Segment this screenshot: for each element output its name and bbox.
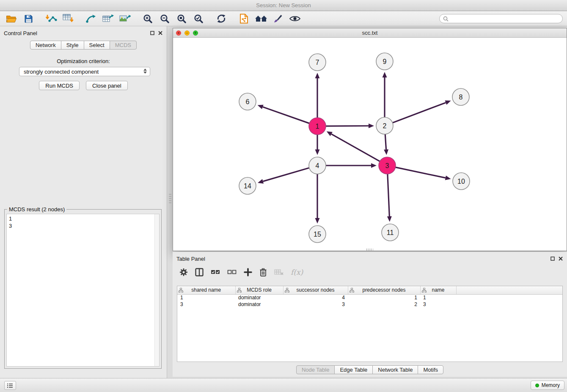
run-mcds-button[interactable]: Run MCDS bbox=[39, 81, 80, 90]
close-panel-icon[interactable] bbox=[158, 31, 162, 35]
paint-style-button[interactable] bbox=[271, 12, 285, 25]
table-cell[interactable]: 3 bbox=[420, 301, 456, 308]
table-cell-filler bbox=[456, 301, 562, 308]
show-hide-button[interactable] bbox=[288, 12, 302, 25]
graph-node-10[interactable]: 10 bbox=[453, 173, 470, 190]
graph-node-9[interactable]: 9 bbox=[376, 53, 393, 70]
column-header-MCDS-role[interactable]: MCDS role bbox=[235, 286, 283, 294]
graph-edge-1-6[interactable] bbox=[258, 105, 310, 123]
graph-node-6[interactable]: 6 bbox=[239, 93, 256, 110]
task-history-button[interactable] bbox=[4, 381, 16, 390]
tp-tab-node-table[interactable]: Node Table bbox=[296, 365, 335, 374]
select-all-button[interactable] bbox=[211, 269, 220, 275]
criterion-dropdown-value: strongly connected component bbox=[24, 69, 99, 75]
tp-tab-edge-table[interactable]: Edge Table bbox=[334, 365, 373, 374]
save-session-button[interactable] bbox=[21, 12, 36, 25]
graph-node-4[interactable]: 4 bbox=[309, 157, 326, 174]
graph-node-15[interactable]: 15 bbox=[309, 226, 326, 243]
table-toolbar: f(x) bbox=[179, 265, 303, 280]
column-header-shared-name[interactable]: shared name bbox=[177, 286, 235, 294]
graph-edge-4-15[interactable] bbox=[315, 174, 320, 224]
open-folder-icon bbox=[6, 14, 17, 23]
criterion-dropdown[interactable]: strongly connected component bbox=[19, 67, 150, 76]
network-document-button[interactable] bbox=[237, 12, 251, 25]
close-window-button[interactable]: × bbox=[176, 30, 181, 36]
export-network-button[interactable] bbox=[84, 12, 98, 25]
close-panel-button[interactable]: Close panel bbox=[86, 81, 128, 90]
graph-edge-1-2[interactable] bbox=[326, 124, 374, 128]
import-network-button[interactable] bbox=[44, 12, 58, 25]
float-panel-icon[interactable] bbox=[550, 257, 555, 261]
graph-edge-4-14[interactable] bbox=[258, 168, 309, 184]
graph-edge-3-11[interactable] bbox=[387, 174, 392, 222]
graph-edge-2-9[interactable] bbox=[383, 72, 387, 117]
add-column-button[interactable] bbox=[244, 268, 252, 276]
search-input[interactable] bbox=[451, 16, 559, 22]
table-row[interactable]: 3dominator323 bbox=[177, 301, 562, 308]
graph-node-14[interactable]: 14 bbox=[239, 177, 256, 194]
graph-node-2[interactable]: 2 bbox=[376, 117, 393, 134]
table-cell[interactable]: dominator bbox=[235, 294, 283, 301]
panel-splitter-grip[interactable] bbox=[169, 194, 171, 204]
open-session-button[interactable] bbox=[4, 12, 19, 25]
refresh-button[interactable] bbox=[214, 12, 228, 25]
import-table-button[interactable] bbox=[61, 12, 75, 25]
table-row[interactable]: 1dominator411 bbox=[177, 294, 562, 301]
tp-tab-network-table[interactable]: Network Table bbox=[372, 365, 418, 374]
table-cell[interactable]: 4 bbox=[283, 294, 348, 301]
minimize-window-button[interactable]: − bbox=[184, 30, 190, 36]
graph-edge-3-1[interactable] bbox=[327, 131, 380, 161]
column-header-name[interactable]: name bbox=[420, 286, 456, 294]
graph-node-7[interactable]: 7 bbox=[309, 54, 326, 71]
zoom-out-icon bbox=[160, 14, 169, 23]
network-canvas[interactable]: 7968124314101511 bbox=[173, 38, 567, 251]
show-columns-button[interactable] bbox=[195, 268, 204, 276]
graph-edge-1-7[interactable] bbox=[315, 73, 320, 118]
graph-node-1[interactable]: 1 bbox=[309, 118, 326, 135]
graph-node-3[interactable]: 3 bbox=[379, 157, 396, 174]
table-cell[interactable]: 1 bbox=[348, 294, 420, 301]
graph-edge-2-3[interactable] bbox=[384, 134, 388, 155]
export-table-button[interactable] bbox=[101, 12, 115, 25]
zoom-fit-icon bbox=[177, 14, 186, 23]
table-cell[interactable]: 3 bbox=[283, 301, 348, 308]
graph-node-8[interactable]: 8 bbox=[452, 88, 469, 105]
close-panel-icon[interactable] bbox=[559, 257, 563, 261]
graph-edge-3-10[interactable] bbox=[396, 167, 451, 180]
table-cell[interactable]: 1 bbox=[420, 294, 456, 301]
cp-tab-mcds[interactable]: MCDS bbox=[110, 41, 137, 50]
graph-edge-2-8[interactable] bbox=[393, 100, 451, 123]
search-box[interactable] bbox=[439, 14, 563, 23]
export-image-button[interactable] bbox=[118, 12, 132, 25]
svg-text:10: 10 bbox=[457, 178, 465, 185]
first-neighbors-button[interactable] bbox=[254, 12, 268, 25]
column-header-predecessor-nodes[interactable]: predecessor nodes bbox=[348, 286, 420, 294]
result-scrollbar[interactable] bbox=[154, 214, 159, 366]
svg-text:8: 8 bbox=[459, 94, 463, 101]
network-window-titlebar[interactable]: × − + scc.txt bbox=[173, 28, 567, 38]
graph-edge-4-3[interactable] bbox=[326, 163, 377, 168]
graph-edge-1-4[interactable] bbox=[315, 135, 320, 155]
table-cell[interactable]: 2 bbox=[348, 301, 420, 308]
delete-button[interactable] bbox=[259, 268, 267, 276]
cp-tab-style[interactable]: Style bbox=[61, 41, 84, 50]
zoom-window-button[interactable]: + bbox=[193, 30, 198, 36]
zoom-fit-button[interactable] bbox=[174, 12, 189, 25]
table-settings-button[interactable] bbox=[179, 268, 188, 276]
deselect-all-button[interactable] bbox=[227, 269, 237, 275]
zoom-out-button[interactable] bbox=[157, 12, 172, 25]
table-cell[interactable]: 3 bbox=[177, 301, 235, 308]
cp-tab-network[interactable]: Network bbox=[30, 41, 61, 50]
zoom-selected-button[interactable] bbox=[191, 12, 206, 25]
table-cell[interactable]: 1 bbox=[177, 294, 235, 301]
zoom-in-button[interactable] bbox=[140, 12, 155, 25]
graph-node-11[interactable]: 11 bbox=[382, 224, 399, 241]
table-cell[interactable]: dominator bbox=[235, 301, 283, 308]
window-splitter-grip[interactable] bbox=[366, 248, 373, 251]
float-panel-icon[interactable] bbox=[150, 31, 154, 35]
cp-tab-select[interactable]: Select bbox=[84, 41, 110, 50]
memory-button[interactable]: Memory bbox=[531, 381, 564, 390]
svg-text:7: 7 bbox=[316, 59, 319, 66]
tp-tab-motifs[interactable]: Motifs bbox=[418, 365, 443, 374]
column-header-successor-nodes[interactable]: successor nodes bbox=[283, 286, 348, 294]
